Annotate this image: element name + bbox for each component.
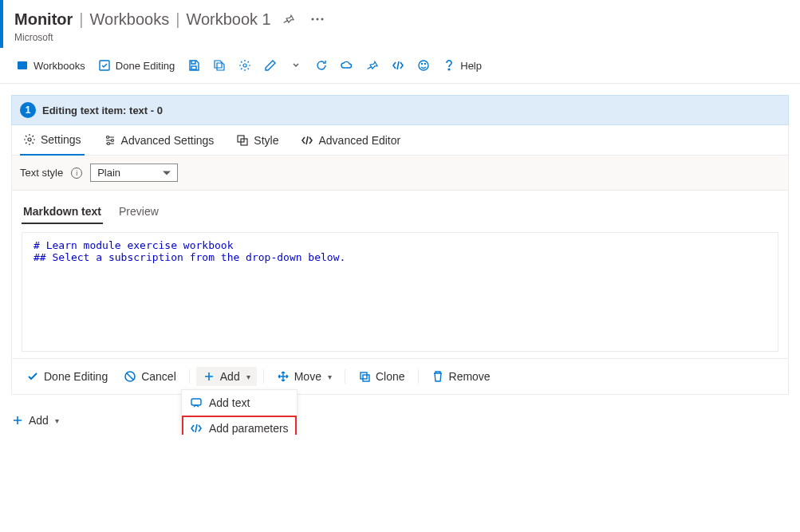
chevron-down-icon: ▾ — [246, 372, 250, 381]
settings-icon[interactable] — [234, 54, 256, 77]
help-label: Help — [460, 60, 482, 72]
edit-item-title: Editing text item: text - 0 — [42, 104, 163, 116]
add-text-label: Add text — [209, 396, 250, 409]
svg-point-8 — [422, 64, 423, 65]
pin-toolbar-icon[interactable] — [361, 54, 384, 77]
separator — [263, 369, 264, 384]
feedback-icon[interactable] — [412, 54, 435, 77]
tab-advanced-editor[interactable]: Advanced Editor — [298, 126, 404, 155]
done-editing-action-label: Done Editing — [44, 370, 108, 383]
svg-rect-19 — [363, 375, 369, 381]
svg-point-13 — [111, 139, 113, 141]
subtab-preview[interactable]: Preview — [117, 200, 160, 224]
code-icon[interactable] — [387, 54, 409, 77]
add-parameters-item[interactable]: Add parameters — [182, 416, 297, 435]
cloud-icon[interactable] — [336, 54, 358, 77]
svg-rect-3 — [18, 61, 27, 69]
separator — [345, 369, 345, 384]
done-editing-label: Done Editing — [116, 60, 175, 72]
add-action[interactable]: Add ▾ — [196, 367, 257, 386]
clone-action[interactable]: Clone — [352, 367, 412, 386]
svg-point-6 — [243, 64, 246, 67]
save-icon[interactable] — [183, 54, 205, 77]
svg-rect-20 — [191, 399, 201, 405]
svg-rect-5 — [191, 66, 196, 69]
breadcrumb-seg-workbooks[interactable]: Workbooks — [90, 10, 170, 29]
breadcrumb-seg-workbook1[interactable]: Workbook 1 — [186, 10, 270, 29]
chevron-down-icon: ▾ — [328, 372, 332, 381]
help-button[interactable]: Help — [438, 56, 487, 75]
tab-advanced-settings-label: Advanced Settings — [121, 134, 215, 147]
workbooks-button[interactable]: Workbooks — [11, 56, 90, 75]
refresh-icon[interactable] — [310, 54, 333, 77]
move-action-label: Move — [294, 370, 321, 383]
cancel-action[interactable]: Cancel — [117, 367, 183, 386]
footer-add-label: Add — [29, 414, 49, 427]
tab-style[interactable]: Style — [233, 126, 282, 155]
svg-point-9 — [425, 64, 426, 65]
org-label: Microsoft — [14, 32, 789, 43]
chevron-down-icon[interactable] — [285, 54, 307, 77]
cancel-action-label: Cancel — [141, 370, 176, 383]
svg-point-1 — [316, 18, 318, 21]
remove-action[interactable]: Remove — [425, 367, 497, 386]
svg-rect-18 — [361, 372, 367, 379]
tab-settings[interactable]: Settings — [20, 125, 85, 156]
done-editing-button[interactable]: Done Editing — [93, 56, 179, 75]
add-parameters-label: Add parameters — [209, 422, 289, 435]
text-style-label: Text style — [20, 167, 63, 179]
move-action[interactable]: Move ▾ — [270, 367, 338, 386]
clone-action-label: Clone — [376, 370, 405, 383]
tab-style-label: Style — [254, 134, 278, 147]
pin-icon[interactable] — [278, 8, 300, 30]
tab-advanced-editor-label: Advanced Editor — [318, 134, 400, 147]
breadcrumb: Monitor | Workbooks | Workbook 1 — [14, 8, 789, 30]
text-style-value: Plain — [97, 167, 120, 179]
add-dropdown: Add text Add parameters Add links/tabs A… — [181, 389, 298, 435]
tab-settings-label: Settings — [41, 133, 81, 146]
editor-subtabs: Markdown text Preview — [22, 197, 778, 227]
svg-point-12 — [106, 136, 108, 138]
save-as-icon[interactable] — [208, 54, 231, 77]
edit-item-header: 1 Editing text item: text - 0 — [11, 95, 789, 125]
info-icon[interactable]: i — [71, 167, 82, 179]
separator — [418, 369, 419, 384]
chevron-down-icon: ▾ — [55, 416, 59, 425]
edit-icon[interactable] — [259, 54, 282, 77]
add-text-item[interactable]: Add text — [182, 390, 297, 416]
remove-action-label: Remove — [449, 370, 491, 383]
svg-rect-4 — [100, 61, 109, 70]
add-action-label: Add — [220, 370, 240, 383]
svg-point-11 — [28, 138, 31, 141]
breadcrumb-seg-monitor[interactable]: Monitor — [14, 10, 73, 29]
markdown-editor[interactable]: # Learn module exercise workbook ## Sele… — [22, 232, 778, 352]
svg-point-10 — [448, 69, 450, 70]
svg-point-0 — [311, 18, 313, 21]
footer-add-button[interactable]: Add ▾ — [0, 406, 70, 435]
subtab-markdown[interactable]: Markdown text — [22, 200, 103, 224]
text-style-select[interactable]: Plain — [90, 164, 178, 182]
main-toolbar: Workbooks Done Editing Help — [0, 48, 800, 84]
tab-advanced-settings[interactable]: Advanced Settings — [100, 126, 218, 155]
separator — [189, 369, 190, 384]
breadcrumb-separator: | — [175, 10, 179, 29]
svg-point-14 — [107, 142, 109, 144]
done-editing-action[interactable]: Done Editing — [20, 367, 114, 386]
breadcrumb-separator: | — [79, 10, 83, 29]
step-badge: 1 — [20, 102, 36, 118]
svg-point-2 — [321, 18, 323, 21]
more-icon[interactable] — [306, 8, 329, 30]
workbooks-label: Workbooks — [33, 60, 85, 72]
editor-tabs: Settings Advanced Settings Style Advance… — [11, 125, 789, 156]
